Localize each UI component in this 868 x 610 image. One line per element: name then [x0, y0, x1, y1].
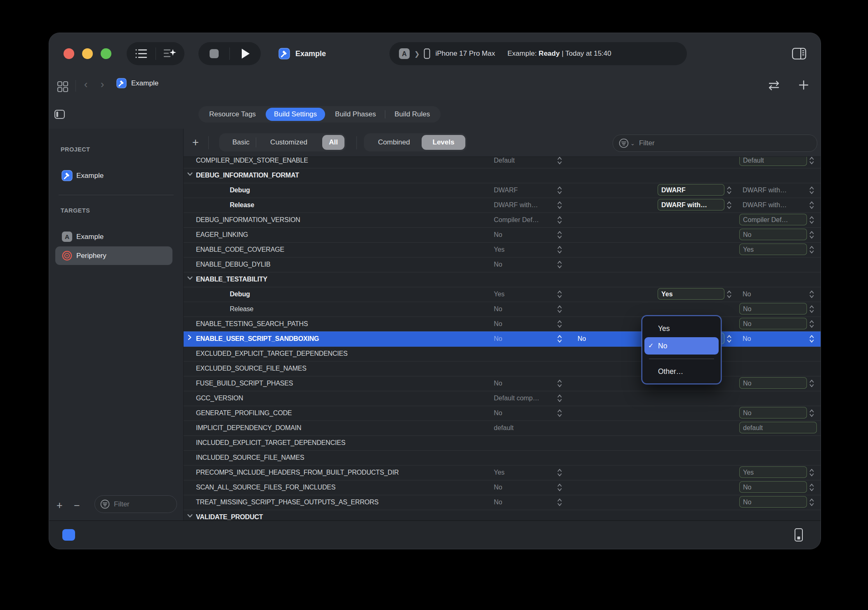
- project-value-box[interactable]: DWARF with…: [658, 199, 724, 210]
- stepper-icon[interactable]: [557, 305, 562, 315]
- stepper-icon[interactable]: [557, 215, 562, 226]
- default-value-box[interactable]: No: [739, 481, 807, 493]
- table-row[interactable]: COMPILER_INDEX_STORE_ENABLEDefaultDefaul…: [184, 157, 821, 168]
- stepper-icon[interactable]: [726, 201, 732, 211]
- close-button[interactable]: [64, 48, 74, 59]
- disclosure-expanded-icon[interactable]: [187, 275, 193, 282]
- forward-button[interactable]: ›: [96, 78, 108, 91]
- stepper-icon[interactable]: [809, 305, 814, 315]
- swap-editor-icon[interactable]: [767, 80, 781, 93]
- settings-filter-field[interactable]: ⌄ Filter: [613, 135, 817, 152]
- run-button[interactable]: [235, 43, 256, 64]
- stepper-icon[interactable]: [557, 468, 562, 479]
- inspector-toggle-button[interactable]: [789, 45, 809, 63]
- table-row[interactable]: ReleaseDWARF with…DWARF with…DWARF with…: [184, 198, 821, 213]
- default-value-box[interactable]: Compiler Def…: [739, 214, 807, 225]
- table-row[interactable]: EXCLUDED_SOURCE_FILE_NAMES: [184, 361, 821, 376]
- stepper-icon[interactable]: [809, 498, 814, 508]
- stepper-icon[interactable]: [809, 201, 814, 211]
- segment-all[interactable]: All: [322, 135, 344, 150]
- project-value-box[interactable]: Yes: [658, 288, 724, 300]
- table-row[interactable]: IMPLICIT_DEPENDENCY_DOMAINdefaultdefault: [184, 421, 821, 436]
- default-value-box[interactable]: Yes: [739, 244, 807, 255]
- menu-item-other[interactable]: Other…: [642, 363, 721, 380]
- list-bullet-icon[interactable]: [130, 43, 152, 64]
- stepper-icon[interactable]: [809, 215, 814, 226]
- table-row[interactable]: DebugYesYesNo: [184, 287, 821, 302]
- device-icon[interactable]: [794, 528, 803, 544]
- stepper-icon[interactable]: [809, 290, 814, 300]
- stepper-icon[interactable]: [557, 290, 562, 300]
- stepper-icon[interactable]: [809, 334, 814, 345]
- disclosure-expanded-icon[interactable]: [187, 513, 193, 520]
- stepper-icon[interactable]: [557, 201, 562, 211]
- tab-overview-icon[interactable]: [57, 81, 68, 94]
- stepper-icon[interactable]: [557, 157, 562, 167]
- stepper-icon[interactable]: [809, 483, 814, 494]
- table-row[interactable]: ENABLE_TESTABILITYNo: [184, 272, 821, 287]
- stepper-icon[interactable]: [809, 245, 814, 256]
- stepper-icon[interactable]: [557, 230, 562, 241]
- tab-build-settings[interactable]: Build Settings: [266, 108, 325, 121]
- segment-combined[interactable]: Combined: [370, 133, 418, 151]
- tab-build-phases[interactable]: Build Phases: [326, 108, 385, 121]
- table-row[interactable]: DEBUG_INFORMATION_VERSIONCompiler Def…Co…: [184, 213, 821, 228]
- default-value-box[interactable]: No: [739, 377, 807, 389]
- activity-status-pill[interactable]: A ❯ iPhone 17 Pro Max Example: Ready | T…: [389, 42, 687, 65]
- sidebar-toggle-icon[interactable]: [54, 109, 65, 121]
- default-value-box[interactable]: No: [739, 496, 807, 508]
- table-row[interactable]: ReleaseNoNo: [184, 302, 821, 317]
- stepper-icon[interactable]: [809, 157, 814, 167]
- zoom-button[interactable]: [101, 48, 111, 59]
- table-row[interactable]: DEBUG_INFORMATION_FORMATDWARF with…: [184, 168, 821, 183]
- default-value-box[interactable]: default: [739, 422, 817, 433]
- default-value-box[interactable]: No: [739, 229, 807, 240]
- stepper-icon[interactable]: [557, 334, 562, 345]
- minimize-button[interactable]: [82, 48, 93, 59]
- stepper-icon[interactable]: [557, 245, 562, 256]
- table-row[interactable]: SCAN_ALL_SOURCE_FILES_FOR_INCLUDESNoNo: [184, 480, 821, 495]
- default-value-box[interactable]: No: [739, 318, 807, 329]
- tab-example[interactable]: Example: [116, 78, 158, 88]
- add-tab-icon[interactable]: [798, 80, 809, 92]
- add-setting-button[interactable]: +: [189, 135, 202, 150]
- table-row[interactable]: TREAT_MISSING_SCRIPT_PHASE_OUTPUTS_AS_ER…: [184, 495, 821, 510]
- tab-resource-tags[interactable]: Resource Tags: [200, 108, 265, 121]
- stepper-icon[interactable]: [726, 334, 732, 345]
- run-destination[interactable]: iPhone 17 Pro Max: [435, 50, 495, 58]
- stepper-icon[interactable]: [557, 394, 562, 404]
- disclosure-collapsed-icon[interactable]: [187, 334, 192, 342]
- disclosure-expanded-icon[interactable]: [187, 171, 193, 178]
- segment-levels[interactable]: Levels: [422, 135, 465, 150]
- table-row[interactable]: VALIDATE_PRODUCT: [184, 510, 821, 521]
- table-row[interactable]: ENABLE_CODE_COVERAGEYesYes: [184, 242, 821, 258]
- segment-customized[interactable]: Customized: [261, 133, 316, 151]
- table-row[interactable]: GCC_VERSIONDefault comp…: [184, 391, 821, 406]
- table-row[interactable]: INCLUDED_EXPLICIT_TARGET_DEPENDENCIES: [184, 435, 821, 451]
- stepper-icon[interactable]: [809, 379, 814, 390]
- default-value-box[interactable]: No: [739, 407, 807, 418]
- table-row[interactable]: EXCLUDED_EXPLICIT_TARGET_DEPENDENCIES: [184, 346, 821, 362]
- table-row[interactable]: ENABLE_TESTING_SEARCH_PATHSNoNo: [184, 317, 821, 332]
- stepper-icon[interactable]: [557, 319, 562, 330]
- stepper-icon[interactable]: [726, 290, 732, 300]
- ai-assistant-icon[interactable]: [159, 43, 181, 64]
- sidebar-item-target-periphery[interactable]: Periphery: [55, 246, 172, 265]
- sidebar-item-project-example[interactable]: Example: [49, 167, 183, 185]
- segment-basic[interactable]: Basic: [226, 133, 256, 151]
- stepper-icon[interactable]: [557, 483, 562, 494]
- menu-item-yes[interactable]: Yes: [642, 320, 721, 337]
- menu-item-no[interactable]: ✓ No: [644, 337, 719, 355]
- scheme-selector[interactable]: Example: [278, 48, 326, 59]
- default-value-box[interactable]: Default: [739, 157, 807, 166]
- default-value-box[interactable]: Yes: [739, 466, 807, 478]
- add-target-button[interactable]: +: [57, 497, 63, 513]
- table-row[interactable]: ENABLE_DEBUG_DYLIBNo: [184, 257, 821, 272]
- table-row[interactable]: GENERATE_PROFILING_CODENoNo: [184, 406, 821, 421]
- sidebar-item-target-example[interactable]: A Example: [49, 228, 183, 246]
- table-row[interactable]: DebugDWARFDWARFDWARF with…: [184, 183, 821, 198]
- table-row[interactable]: ENABLE_USER_SCRIPT_SANDBOXINGNoNoNoNo: [184, 331, 821, 347]
- back-button[interactable]: ‹: [80, 78, 92, 91]
- remove-target-button[interactable]: −: [74, 497, 80, 513]
- table-row[interactable]: PRECOMPS_INCLUDE_HEADERS_FROM_BUILT_PROD…: [184, 465, 821, 480]
